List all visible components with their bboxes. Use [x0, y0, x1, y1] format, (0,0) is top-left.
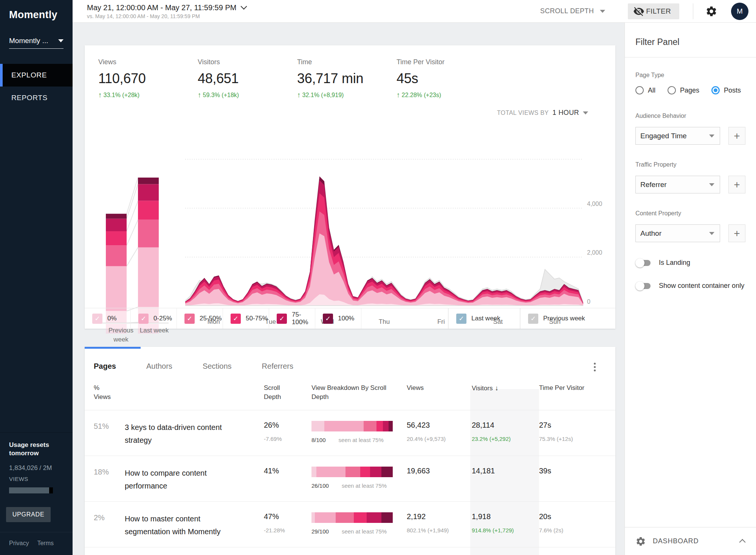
privacy-link[interactable]: Privacy	[9, 540, 29, 547]
stat-value: 45s	[397, 71, 496, 87]
table-header-row: % ViewsScroll DepthView Breakdown By Scr…	[85, 383, 615, 410]
legend-previous-week[interactable]: ✓Previous week	[520, 308, 615, 329]
legend-band-50to75pct[interactable]: ✓50-75%	[223, 308, 269, 329]
breakdown-note: 29/100seen at least 75%	[311, 528, 407, 535]
legend-band-75to100pct[interactable]: ✓75-100%	[269, 308, 315, 329]
checkbox-checked-icon[interactable]: ✓	[138, 314, 149, 324]
column-header-views[interactable]: Views	[407, 383, 472, 402]
column-header--views[interactable]: % Views	[94, 383, 125, 402]
legend-band-0to25pct[interactable]: ✓0-25%	[131, 308, 177, 329]
checkbox-checked-icon[interactable]: ✓	[231, 314, 241, 324]
dashboard-expander[interactable]: DASHBOARD	[625, 527, 756, 555]
metric-selector[interactable]: SCROLL DEPTH	[540, 7, 605, 15]
legend-label: Last week	[471, 315, 500, 322]
scroll-depth-value: 26%	[264, 421, 311, 430]
gear-icon	[635, 536, 646, 547]
stat-value: 36,717 min	[297, 71, 397, 87]
checkbox-checked-icon[interactable]: ✓	[323, 314, 333, 324]
filter-panel-body: Page Type AllPagesPosts Audience Behavio…	[625, 57, 756, 290]
breakdown-segment	[389, 421, 393, 431]
radio-circle-icon	[668, 86, 676, 94]
traffic-property-label: Traffic Property	[635, 161, 745, 168]
chevron-down-icon	[600, 10, 605, 13]
scroll-depth-legend: ✓0%✓0-25%✓25-50%✓50-75%✓75-100%✓100%✓Las…	[85, 308, 615, 329]
page-type-radio-pages[interactable]: Pages	[668, 86, 699, 94]
filter-panel-title: Filter Panel	[625, 23, 756, 57]
tab-authors[interactable]: Authors	[146, 362, 172, 371]
column-header-title[interactable]	[125, 383, 264, 402]
views-change: 20.4% (+9,573)	[407, 436, 472, 442]
time-per-visitor-value: 20s	[539, 512, 615, 521]
date-range-selector[interactable]: May 21, 12:00:00 AM - May 27, 11:59:59 P…	[87, 3, 246, 19]
visitors-value: 1,918	[472, 512, 539, 521]
stat-label: Views	[98, 58, 198, 66]
show-content-container-toggle[interactable]: Show content container only	[635, 282, 745, 290]
column-header-scroll-depth[interactable]: Scroll Depth	[264, 383, 294, 402]
breakdown-segment	[364, 421, 376, 431]
avatar[interactable]: M	[731, 3, 748, 20]
legend-label: 100%	[338, 315, 354, 322]
page-type-radio-all[interactable]: All	[635, 86, 655, 94]
y-axis-tick-label: 2,000	[587, 249, 613, 256]
cell-page-title[interactable]: How to master content segmentation with …	[125, 512, 264, 538]
account-selector[interactable]: Momently ...	[9, 37, 64, 49]
is-landing-toggle[interactable]: Is Landing	[635, 259, 745, 267]
terms-link[interactable]: Terms	[37, 540, 54, 547]
gear-icon	[705, 5, 717, 17]
traffic-property-select[interactable]: Referrer	[635, 176, 720, 193]
column-header-time-per-visitor[interactable]: Time Per Visitor	[539, 383, 615, 402]
cell-time-per-visitor: 39s	[539, 467, 615, 492]
radio-label: Posts	[724, 87, 741, 94]
sidebar-item-reports[interactable]: REPORTS	[0, 87, 73, 109]
add-content-property-filter-button[interactable]: +	[728, 224, 745, 242]
legend-label: Previous week	[543, 315, 585, 322]
tab-pages[interactable]: Pages	[94, 362, 116, 371]
legend-band-0pct[interactable]: ✓0%	[85, 308, 131, 329]
tab-referrers[interactable]: Referrers	[262, 362, 293, 371]
audience-behavior-select[interactable]: Engaged Time	[635, 127, 720, 145]
cell-views: 2,192802.1% (+1,949)	[407, 512, 472, 538]
page-type-radio-posts[interactable]: Posts	[711, 86, 741, 94]
content-property-select[interactable]: Author	[635, 224, 720, 242]
y-axis-tick-label: 0	[587, 298, 613, 305]
compare-range-label: vs. May 14, 12:00:00 AM - May 20, 11:59:…	[87, 13, 246, 19]
column-header-visitors[interactable]: Visitors↓	[472, 383, 539, 402]
content-property-label: Content Property	[635, 210, 745, 217]
checkbox-checked-icon[interactable]: ✓	[92, 314, 102, 324]
app-root: Momently Momently ... EXPLOREREPORTS Usa…	[0, 0, 756, 555]
breakdown-segment	[311, 421, 324, 431]
cell-visitors: 14,181	[472, 467, 539, 492]
page-type-radio-group: AllPagesPosts	[635, 86, 745, 94]
chevron-down-icon	[709, 183, 714, 186]
cell-view-breakdown: 26/100seen at least 75%	[311, 467, 407, 492]
checkbox-checked-icon[interactable]: ✓	[528, 314, 538, 324]
breakdown-segment	[370, 467, 381, 477]
cell-page-title[interactable]: How to compare content performance	[125, 467, 264, 492]
topbar-actions: SCROLL DEPTH FILTER M	[540, 3, 756, 20]
checkbox-checked-icon[interactable]: ✓	[456, 314, 466, 324]
add-traffic-property-filter-button[interactable]: +	[728, 176, 745, 193]
legend-band-100pct[interactable]: ✓100%	[315, 308, 361, 329]
cell-page-title[interactable]: 3 keys to data-driven content strategy	[125, 421, 264, 447]
upgrade-button[interactable]: UPGRADE	[6, 507, 51, 522]
breakdown-note: 8/100seen at least 75%	[311, 437, 407, 443]
scroll-depth-change: -7.69%	[264, 436, 311, 442]
usage-quota: 1,834,026 / 2M	[9, 464, 64, 472]
sidebar-item-explore[interactable]: EXPLORE	[0, 64, 73, 87]
filter-toggle-button[interactable]: FILTER	[628, 3, 679, 19]
table-row: 51%3 keys to data-driven content strateg…	[85, 410, 615, 456]
add-audience-behavior-filter-button[interactable]: +	[728, 127, 745, 145]
column-header-view-breakdown-by-scroll-depth[interactable]: View Breakdown By Scroll Depth	[311, 383, 407, 402]
checkbox-checked-icon[interactable]: ✓	[277, 314, 287, 324]
breakdown-segment	[383, 421, 389, 431]
time-per-visitor-value: 27s	[539, 421, 615, 430]
legend-last-week[interactable]: ✓Last week	[448, 308, 520, 329]
settings-button[interactable]	[705, 5, 717, 17]
checkbox-checked-icon[interactable]: ✓	[184, 314, 195, 324]
tab-sections[interactable]: Sections	[203, 362, 232, 371]
visitors-change: 23.2% (+5,292)	[472, 436, 539, 442]
time-per-visitor-value: 39s	[539, 467, 615, 475]
page-type-label: Page Type	[635, 72, 745, 79]
legend-band-25to50pct[interactable]: ✓25-50%	[177, 308, 223, 329]
chevron-down-icon	[241, 3, 247, 10]
